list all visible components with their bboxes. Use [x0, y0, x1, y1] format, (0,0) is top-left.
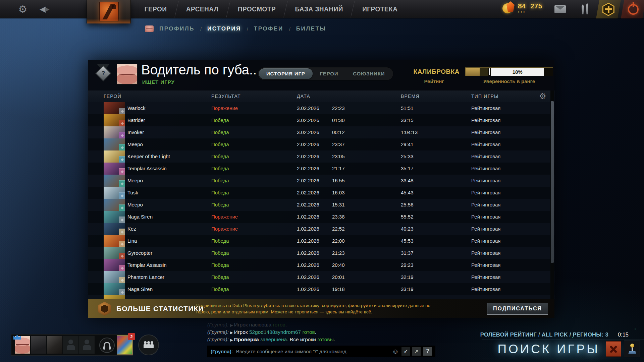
match-row[interactable]: Templar AssassinПобеда1.02.202620:4029:2… — [88, 259, 554, 271]
hero-role-badge-icon — [119, 144, 125, 150]
rank-badge[interactable]: ? — [95, 64, 112, 83]
match-row[interactable]: Templar AssassinПобеда2.02.202621:1735:1… — [88, 163, 554, 175]
mail-icon — [554, 5, 566, 13]
header-date[interactable]: ДАТА — [297, 94, 310, 99]
hero-role-badge-icon — [119, 108, 125, 114]
dota-plus-button[interactable] — [596, 0, 621, 18]
shards-balance[interactable]: 84 275 ●●● — [502, 2, 542, 13]
subscribe-button[interactable]: ПОДПИСАТЬСЯ — [487, 303, 548, 315]
match-row[interactable]: Phantom LancerПобеда1.02.202620:0132:19Р… — [88, 271, 554, 283]
chat-input[interactable]: (Группа): Введите сообщение или символ "… — [207, 346, 435, 357]
hero-name: Tusk — [127, 190, 138, 195]
match-row[interactable]: WarlockПоражение3.02.202622:2351:51Рейти… — [88, 102, 554, 114]
top-nav-item-3[interactable]: БАЗА ЗНАНИЙ — [285, 0, 353, 19]
hero-name: Warlock — [127, 105, 146, 111]
party-slot-member3[interactable] — [47, 336, 62, 354]
match-row[interactable]: Naga SirenПобеда1.02.202619:1833:19Рейти… — [88, 283, 554, 295]
sub-nav-item-0[interactable]: ПРОФИЛЬ — [159, 25, 195, 32]
dota-logo-plate[interactable] — [87, 0, 131, 23]
party-slot-empty1[interactable] — [63, 336, 78, 354]
tab-match-history[interactable]: ИСТОРИЯ ИГР — [259, 68, 313, 79]
hero-role-badge-icon — [119, 217, 125, 223]
match-row[interactable]: MeepoПобеда2.02.202616:5533:48Рейтингова… — [88, 175, 554, 187]
header-hero[interactable]: ГЕРОЙ — [104, 94, 121, 99]
match-game-type: Рейтинговая — [471, 141, 500, 147]
match-row[interactable]: KezПоражение1.02.202622:5240:23Рейтингов… — [88, 223, 554, 235]
header-result[interactable]: РЕЗУЛЬТАТ — [211, 94, 241, 99]
forward-arrow-icon[interactable]: ▶ — [45, 6, 49, 13]
tab-heroes[interactable]: ГЕРОИ — [313, 68, 346, 79]
match-row[interactable]: MeepoПобеда2.02.202623:3729:41Рейтингова… — [88, 138, 554, 150]
dagger-icon — [582, 4, 584, 14]
header-duration[interactable]: ВРЕМЯ — [401, 94, 420, 99]
table-scrollbar[interactable] — [550, 90, 554, 299]
shard-icon — [506, 1, 515, 12]
hero-role-badge-icon — [119, 289, 125, 295]
calibration-percent: 18% — [513, 69, 523, 75]
hero-name: Gyrocopter — [127, 250, 152, 256]
profile-avatar[interactable] — [117, 64, 138, 84]
tab-allies[interactable]: СОЮЗНИКИ — [345, 68, 392, 79]
match-row[interactable]: InvokerПобеда3.02.202600:121:04:13Рейтин… — [88, 126, 554, 138]
match-date: 2.02.2026 — [297, 166, 319, 171]
chat-lines: (Группа): ▶ Игрок насюоша готов.(Группа)… — [207, 322, 442, 344]
match-row[interactable]: BatriderПобеда3.02.202601:3033:15Рейтинг… — [88, 114, 554, 126]
top-nav-item-0[interactable]: ГЕРОИ — [135, 0, 176, 19]
dota-plus-banner: БОЛЬШЕ СТАТИСТИКИ Подпишитесь на Dota Pl… — [88, 299, 554, 318]
voice-chat-button[interactable] — [99, 338, 115, 353]
match-row[interactable] — [88, 295, 554, 299]
armory-button[interactable] — [576, 0, 594, 18]
calibration-fill — [466, 68, 480, 76]
match-row[interactable]: Keeper of the LightПобеда2.02.202623:052… — [88, 150, 554, 163]
match-row[interactable]: Naga SirenПоражение1.02.202623:3855:52Ре… — [88, 211, 554, 223]
chat-confirm-button[interactable]: ✓ — [401, 347, 410, 356]
party-slot-empty2[interactable] — [79, 336, 95, 354]
match-row[interactable]: TuskПобеда2.02.202616:0345:43Рейтинговая — [88, 187, 554, 199]
cancel-search-button[interactable] — [606, 341, 621, 357]
match-game-type: Рейтинговая — [471, 117, 500, 123]
top-nav-item-2[interactable]: ПРОСМОТР — [228, 0, 285, 19]
match-row[interactable]: MeepoПобеда2.02.202615:3125:56Рейтингова… — [88, 199, 554, 211]
match-date: 1.02.2026 — [297, 274, 319, 280]
scrollbar-thumb[interactable] — [551, 101, 554, 263]
sub-nav-item-1[interactable]: ИСТОРИЯ — [207, 25, 241, 32]
sub-nav-item-3[interactable]: БИЛЕТЫ — [296, 25, 326, 32]
match-result: Победа — [211, 141, 229, 147]
hero-role-badge-icon — [119, 156, 125, 163]
power-button[interactable] — [621, 0, 644, 18]
dota-plus-hex-icon — [602, 3, 614, 16]
match-duration: 45:43 — [401, 190, 414, 195]
hero-name: Lina — [127, 238, 137, 244]
hero-role-badge-icon — [119, 277, 125, 283]
party-finder-button[interactable] — [138, 335, 159, 355]
shards-value-secondary: 275 — [530, 2, 542, 10]
matchmaking-settings-summary[interactable]: РОЛЕВОЙ РЕЙТИНГ / ALL PICK / РЕГИОНЫ: 3 — [480, 331, 608, 338]
match-start-time: 22:23 — [332, 105, 345, 111]
match-duration: 31:37 — [401, 250, 414, 256]
settings-gear-icon[interactable]: ⚙ — [16, 3, 30, 16]
chat-help-button[interactable]: ? — [423, 347, 432, 356]
arcade-button[interactable] — [624, 341, 640, 357]
event-card[interactable]: 2 — [117, 335, 133, 355]
header-game-type[interactable]: ТИП ИГРЫ — [471, 94, 499, 99]
mail-button[interactable] — [551, 0, 570, 18]
match-row[interactable]: GyrocopterПобеда1.02.202621:2331:37Рейти… — [88, 247, 554, 259]
sub-nav-separator: / — [247, 26, 248, 32]
party-slot-member2[interactable] — [31, 336, 46, 354]
rank-placeholder: ? — [98, 68, 109, 79]
chat-share-button[interactable]: ↗ — [412, 347, 421, 356]
emoticon-button[interactable]: ☺ — [391, 347, 400, 356]
power-icon — [628, 4, 639, 15]
top-nav-item-4[interactable]: ИГРОТЕКА — [353, 0, 407, 19]
calibration-bar[interactable]: 18% — [465, 67, 553, 76]
match-date: 1.02.2026 — [297, 238, 319, 244]
top-nav-item-1[interactable]: АРСЕНАЛ — [176, 0, 228, 19]
match-start-time: 19:18 — [332, 286, 345, 292]
table-settings-gear-icon[interactable]: ⚙ — [539, 92, 546, 101]
sub-nav-item-2[interactable]: ТРОФЕИ — [254, 25, 283, 32]
match-row[interactable]: LinaПобеда1.02.202622:0045:53Рейтинговая — [88, 235, 554, 247]
match-table-body: WarlockПоражение3.02.202622:2351:51Рейти… — [88, 102, 554, 299]
party-slot-leader[interactable] — [15, 336, 30, 354]
match-game-type: Рейтинговая — [471, 166, 500, 171]
match-date: 2.02.2026 — [297, 178, 319, 183]
